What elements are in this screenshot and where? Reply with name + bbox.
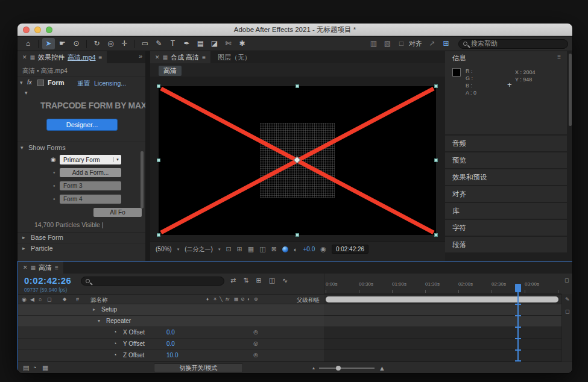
all-forms-button[interactable]: All Fo [93,208,142,217]
selection-handle[interactable] [296,84,299,88]
form3-field[interactable]: Form 3 [60,181,121,190]
mask-visibility-icon[interactable]: ▦ [248,245,254,253]
mini-flowchart-icon[interactable]: ⇄ [230,277,236,284]
video-column-icon[interactable]: ◉ [22,296,27,302]
preview-panel-header[interactable]: 预览 [445,152,567,168]
row-x-offset[interactable]: ◔ X Offset 0.0 ◎ [18,327,324,339]
home-icon[interactable]: ⌂ [22,38,34,49]
expand-icon[interactable]: ↗ [426,38,438,49]
stopwatch-icon[interactable]: ◔ [113,340,116,346]
row-y-offset[interactable]: ◔ Y Offset 0.0 ◎ [18,339,324,350]
eraser-tool-icon[interactable]: ◪ [208,38,221,49]
source-name-column[interactable]: 源名称 [90,296,108,304]
workspace-b-icon[interactable]: ▧ [381,38,394,49]
camera-tool-icon[interactable]: ◎ [104,38,117,49]
type-tool-icon[interactable]: T [166,38,179,49]
puppet-pin-tool-icon[interactable]: ✱ [236,38,248,49]
shy-layers-icon[interactable]: ⊞ [256,277,261,284]
quality-switch-icon[interactable]: ╲ [220,296,223,302]
workspace-a-icon[interactable]: ▥ [367,38,380,49]
particle-group[interactable]: ▸ Particle [17,243,145,254]
expand-transform-icon[interactable]: ▤ [23,364,29,372]
zoom-dropdown[interactable]: (50%) [156,246,172,252]
chevron-down-icon[interactable]: ▾ [25,90,28,96]
row-setup[interactable]: ▸ Setup [18,304,324,316]
zoom-in-icon[interactable]: ▲ [379,365,385,372]
chevron-down-icon[interactable]: ▾ [218,247,221,252]
track-area[interactable] [324,304,561,362]
help-search-input[interactable]: 搜索帮助 [458,39,568,49]
align-panel-header[interactable]: 对齐 [445,186,567,202]
tab-composition[interactable]: ✕ ▦ 合成 高清 ≡ [150,51,210,63]
effects-presets-panel-header[interactable]: 效果和预设 [445,169,567,185]
playhead-handle[interactable] [515,284,521,292]
licensing-link[interactable]: Licensing... [94,80,126,87]
scrollbar-thumb[interactable] [141,151,144,208]
audio-column-icon[interactable]: ◀ [30,296,34,302]
draft-3d-icon[interactable]: ⇅ [243,277,248,284]
close-window-button[interactable] [23,27,30,33]
grid-icon[interactable]: ⊞ [237,245,242,253]
timeline-search-input[interactable] [81,277,224,286]
timeline-zoom-slider[interactable]: ▴ ▲ [312,363,385,372]
comp-canvas[interactable] [159,86,436,235]
comp-marker-icon[interactable]: ◻ [565,308,569,315]
selection-handle[interactable] [434,233,438,237]
chevron-down-icon[interactable]: ▾ [20,80,23,86]
chevron-down-icon[interactable]: ▾ [98,318,100,324]
panel-divider[interactable] [145,51,150,261]
shape-tool-icon[interactable]: ▭ [139,38,151,49]
lock-column-icon[interactable]: ◻ [47,296,51,302]
region-of-interest-icon[interactable]: ◫ [259,245,265,253]
orbit-tool-icon[interactable]: ↻ [90,38,103,49]
audio-panel-header[interactable]: 音频 [445,136,567,151]
selection-handle[interactable] [157,158,160,162]
paragraph-panel-header[interactable]: 段落 [445,237,567,252]
snap-checkbox[interactable]: □ [395,38,408,49]
base-form-group[interactable]: ▸ Base Form [17,232,145,243]
row-repeater[interactable]: ▾ Repeater [18,316,324,327]
show-forms-group[interactable]: ▾ Show Forms [17,142,145,154]
viewer-timecode[interactable]: 0:02:42:26 [332,245,368,254]
color-management-icon[interactable] [282,246,288,252]
label-column-icon[interactable]: ◆ [63,296,66,302]
clone-stamp-tool-icon[interactable]: ▤ [194,38,207,49]
snapshot-camera-icon[interactable]: ◉ [320,245,326,253]
adjustment-switch-icon[interactable]: ◐ [247,296,250,302]
panel-menu-icon[interactable]: ≡ [99,54,103,61]
grid-options-icon[interactable]: ⊞ [440,38,452,49]
chevron-right-icon[interactable]: ▸ [22,234,25,240]
shy-switch-icon[interactable]: ♦ [206,296,209,302]
tab-overflow-icon[interactable]: » [136,51,145,63]
effect-header-row[interactable]: ▾ fx Form 重置 Licensing... [17,77,145,89]
effect-name[interactable]: Form [48,79,65,86]
property-label[interactable]: X Offset [123,329,145,336]
pickwhip-icon[interactable]: ◎ [253,352,258,358]
add-form-button[interactable]: Add a Form... [60,168,121,177]
selection-handle[interactable] [157,84,160,88]
tab-file-name[interactable]: 高清.mp4 [68,53,95,62]
pickwhip-icon[interactable]: ◎ [253,340,258,346]
close-icon[interactable]: ✕ [23,265,28,271]
property-value[interactable]: 0.0 [166,340,175,347]
panel-menu-icon[interactable]: ≡ [557,54,561,63]
panel-menu-icon[interactable]: ≡ [202,54,206,61]
tab-effect-controls[interactable]: ✕ ▦ 效果控件 高清.mp4 ≡ [17,51,107,63]
zoom-out-icon[interactable]: ▴ [312,365,315,371]
in-out-icon[interactable]: ◔ [33,364,37,371]
safe-zones-icon[interactable]: ⊡ [226,245,231,253]
property-label[interactable]: Z Offset [123,352,144,359]
selection-handle[interactable] [434,84,438,88]
zoom-window-button[interactable] [46,27,52,33]
character-panel-header[interactable]: 字符 [445,220,567,236]
zoom-tool-icon[interactable]: ⊙ [70,38,83,49]
zoom-slider-track[interactable] [319,368,375,369]
group-label[interactable]: Repeater [106,318,131,324]
selection-handle[interactable] [157,233,160,237]
frame-blend-icon[interactable]: ◫ [269,277,275,284]
frame-blend-switch-icon[interactable]: ▦ [234,296,239,302]
eye-icon[interactable]: ◉ [51,156,56,163]
timeline-navigator-bar[interactable] [326,296,558,302]
hand-tool-icon[interactable]: ☛ [56,38,69,49]
selection-handle[interactable] [434,158,438,162]
